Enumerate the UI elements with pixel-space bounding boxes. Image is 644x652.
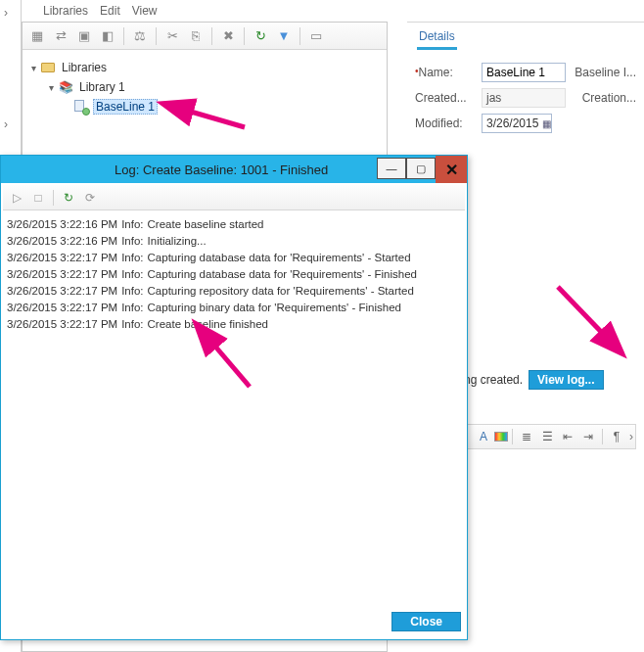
tree-label-selected: BaseLine 1 — [93, 99, 158, 115]
copy-icon[interactable]: ⎘ — [185, 25, 207, 47]
balance-icon[interactable]: ⚖ — [129, 25, 151, 47]
outdent-icon[interactable]: ⇤ — [558, 427, 577, 446]
font-color-icon[interactable]: A — [474, 427, 493, 446]
page-icon[interactable]: ◧ — [97, 25, 118, 47]
annotation-arrow — [548, 279, 626, 360]
chevron-right-icon[interactable]: › — [4, 117, 8, 131]
cut-icon[interactable]: ✂ — [161, 25, 183, 47]
refresh-all-icon[interactable]: ⟳ — [80, 188, 100, 208]
paragraph-icon[interactable]: ¶ — [607, 427, 626, 446]
log-row: 3/26/2015 3:22:17 PM Info: Capturing dat… — [7, 250, 461, 266]
menu-bar: Libraries Edit View — [22, 0, 644, 22]
stop-icon[interactable]: □ — [28, 188, 48, 208]
log-row: 3/26/2015 3:22:17 PM Info: Capturing bin… — [7, 300, 461, 316]
view-log-button[interactable]: View log... — [529, 370, 603, 390]
tab-details[interactable]: Details — [417, 25, 457, 50]
menu-view[interactable]: View — [132, 4, 158, 18]
folder-icon[interactable]: ▣ — [73, 25, 95, 47]
annotation-arrow — [196, 333, 274, 395]
tree-collapse-icon[interactable]: ▾ — [26, 63, 40, 73]
tree-label: Libraries — [60, 61, 109, 74]
close-button[interactable]: ✕ — [436, 156, 467, 183]
log-row: 3/26/2015 3:22:16 PM Info: Create baseli… — [7, 216, 461, 233]
svg-line-2 — [558, 287, 607, 338]
minimize-button[interactable]: — — [377, 158, 406, 179]
tree-toolbar: ▦ ⇄ ▣ ◧ ⚖ ✂ ⎘ ✖ ↻ ▼ ▭ — [23, 23, 387, 50]
close-dialog-button[interactable]: Close — [391, 612, 461, 631]
name-label: •Name: — [415, 66, 474, 79]
svg-line-1 — [210, 341, 250, 387]
comment-icon[interactable]: ▭ — [305, 25, 327, 47]
chevron-right-icon[interactable]: › — [629, 430, 633, 443]
log-dialog: Log: Create Baseline: 1001 - Finished — … — [0, 155, 468, 640]
annotation-arrow — [176, 96, 254, 138]
indent-icon[interactable]: ⇥ — [578, 427, 598, 446]
refresh-icon[interactable]: ↻ — [59, 188, 78, 208]
chevron-right-icon[interactable]: › — [4, 6, 8, 20]
library-icon: 📚 — [58, 79, 73, 95]
log-row: 3/26/2015 3:22:16 PM Info: Initializing.… — [7, 233, 461, 250]
maximize-button[interactable]: ▢ — [406, 158, 436, 179]
log-row: 3/26/2015 3:22:17 PM Info: Capturing rep… — [7, 283, 461, 300]
tree-label: Library 1 — [77, 80, 127, 94]
tree-row-libraries[interactable]: ▾ Libraries — [26, 58, 383, 77]
refresh-icon[interactable]: ↻ — [250, 25, 271, 47]
filter-icon[interactable]: ▼ — [273, 25, 295, 47]
list-number-icon[interactable]: ☰ — [537, 427, 557, 446]
dialog-title: Log: Create Baseline: 1001 - Finished — [1, 163, 328, 177]
log-list[interactable]: 3/26/2015 3:22:16 PM Info: Create baseli… — [3, 210, 465, 596]
highlight-icon[interactable] — [494, 432, 508, 442]
modified-label: Modified: — [415, 116, 474, 130]
menu-edit[interactable]: Edit — [100, 4, 120, 18]
tree-row-library-1[interactable]: ▾ 📚 Library 1 — [26, 77, 383, 97]
log-row: 3/26/2015 3:22:17 PM Info: Create baseli… — [7, 316, 461, 333]
compare-icon[interactable]: ⇄ — [50, 25, 71, 47]
modified-field[interactable]: 3/26/2015 ▦ — [482, 114, 552, 133]
play-icon[interactable]: ▷ — [7, 188, 26, 208]
created-field: jas — [482, 88, 566, 108]
dialog-toolbar: ▷ □ ↻ ⟳ — [3, 185, 465, 210]
calendar-icon[interactable]: ▦ — [542, 118, 551, 129]
new-library-icon[interactable]: ▦ — [26, 25, 48, 47]
created-label: Created... — [415, 91, 474, 105]
creation-label: Creation... — [582, 91, 636, 105]
libraries-icon — [40, 60, 56, 75]
svg-line-0 — [184, 110, 245, 127]
menu-libraries[interactable]: Libraries — [43, 4, 88, 18]
baseline-id-label: Baseline I... — [575, 66, 636, 79]
tree-collapse-icon[interactable]: ▾ — [44, 82, 58, 93]
baseline-icon — [73, 99, 89, 115]
list-bullet-icon[interactable]: ≣ — [517, 427, 536, 446]
name-field[interactable] — [482, 63, 566, 82]
delete-icon[interactable]: ✖ — [217, 25, 239, 47]
dialog-titlebar[interactable]: Log: Create Baseline: 1001 - Finished — … — [1, 156, 467, 183]
log-row: 3/26/2015 3:22:17 PM Info: Capturing dat… — [7, 266, 461, 283]
